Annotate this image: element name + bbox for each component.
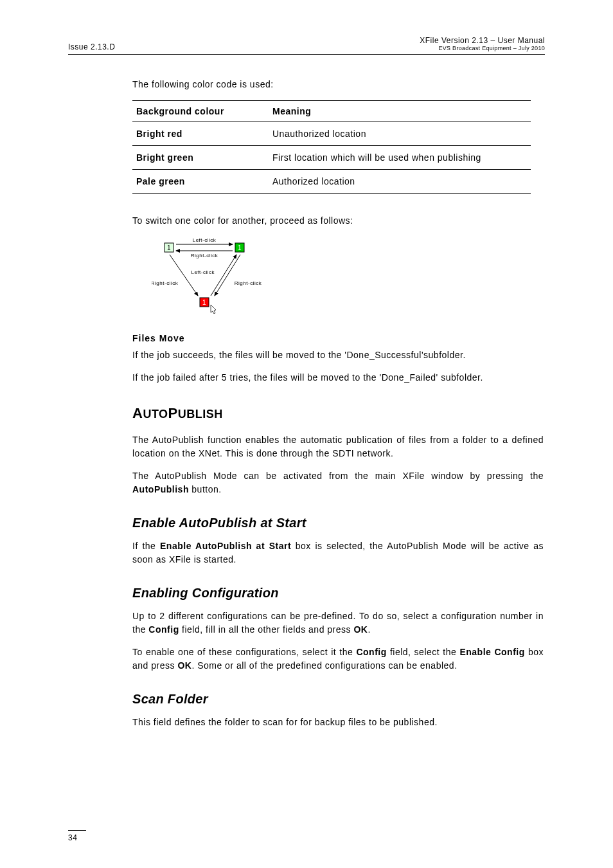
text: The AutoPublish Mode can be activated fr…	[132, 471, 544, 481]
right-click-label: Right-click	[191, 253, 218, 258]
content: The following color code is used: Backgr…	[68, 55, 544, 729]
table-row: Bright red Unauthorized location	[132, 122, 531, 146]
box-label: 1	[202, 299, 206, 306]
box-label: 1	[167, 244, 171, 251]
row-meaning: First location which will be used when p…	[269, 146, 531, 170]
color-code-table: Background colour Meaning Bright red Una…	[132, 100, 531, 194]
bold-term: Enable AutoPublish at Start	[160, 541, 291, 551]
bold-term: Config	[356, 647, 386, 657]
page: Issue 2.13.D XFile Version 2.13 – User M…	[0, 0, 613, 868]
enabling-config-p1: Up to 2 different configurations can be …	[132, 610, 544, 637]
left-click-label: Left-click	[191, 269, 215, 275]
right-click-label: Right-click	[152, 280, 179, 286]
autopublish-p1: The AutoPublish function enables the aut…	[132, 433, 544, 460]
text: . Some or all of the predefined configur…	[191, 660, 457, 671]
page-number: 34	[68, 830, 86, 842]
files-move-p1: If the job succeeds, the files will be m…	[132, 348, 544, 362]
th-meaning: Meaning	[269, 101, 531, 122]
files-move-heading: Files Move	[132, 333, 544, 343]
th-background: Background colour	[132, 101, 269, 122]
row-meaning: Unauthorized location	[269, 122, 531, 146]
header-subtitle: EVS Broadcast Equipment – July 2010	[420, 45, 545, 51]
heading-rest: UBLISH	[178, 408, 223, 420]
files-move-p2: If the job failed after 5 tries, the fil…	[132, 371, 544, 384]
heading-rest: UTO	[143, 408, 168, 420]
switch-paragraph: To switch one color for another, proceed…	[132, 214, 544, 228]
table-row: Bright green First location which will b…	[132, 146, 531, 170]
bold-term: Enable Config	[459, 647, 524, 657]
autopublish-p2: The AutoPublish Mode can be activated fr…	[132, 469, 544, 496]
header-left: Issue 2.13.D	[68, 42, 115, 51]
bold-term: AutoPublish	[132, 484, 189, 494]
header-right: XFile Version 2.13 – User Manual EVS Bro…	[420, 36, 545, 51]
enable-autopublish-heading: Enable AutoPublish at Start	[132, 516, 544, 530]
box-label: 1	[238, 244, 242, 251]
scan-folder-heading: Scan Folder	[132, 692, 544, 707]
enable-autopublish-para: If the Enable AutoPublish at Start box i…	[132, 539, 544, 566]
bold-term: OK	[353, 624, 368, 635]
text: field, fill in all the other fields and …	[179, 624, 354, 635]
row-label: Bright red	[132, 122, 269, 146]
text: To enable one of these configurations, s…	[132, 647, 356, 657]
color-switch-diagram: 1 1 1 Left-click Right-click Right-click…	[152, 237, 280, 314]
heading-cap: A	[132, 405, 143, 421]
text: .	[368, 624, 370, 635]
enabling-config-p2: To enable one of these configurations, s…	[132, 646, 544, 673]
table-header-row: Background colour Meaning	[132, 101, 531, 122]
header-title: XFile Version 2.13 – User Manual	[420, 36, 545, 45]
text: field, select the	[387, 647, 460, 657]
left-click-label: Left-click	[193, 237, 217, 243]
intro-paragraph: The following color code is used:	[132, 78, 544, 91]
scan-folder-para: This field defines the folder to scan fo…	[132, 716, 544, 729]
enabling-config-heading: Enabling Configuration	[132, 586, 544, 601]
row-label: Pale green	[132, 170, 269, 194]
text: button.	[189, 484, 222, 494]
bold-term: OK	[177, 660, 191, 671]
text: If the	[132, 541, 160, 551]
page-header: Issue 2.13.D XFile Version 2.13 – User M…	[68, 36, 545, 55]
svg-line-6	[211, 255, 236, 296]
svg-line-5	[170, 255, 198, 296]
table-row: Pale green Authorized location	[132, 170, 531, 194]
right-click-label: Right-click	[235, 280, 262, 286]
heading-cap: P	[168, 405, 178, 421]
row-meaning: Authorized location	[269, 170, 531, 194]
row-label: Bright green	[132, 146, 269, 170]
svg-line-7	[215, 255, 240, 296]
bold-term: Config	[148, 624, 179, 635]
autopublish-heading: AUTOPUBLISH	[132, 405, 544, 422]
